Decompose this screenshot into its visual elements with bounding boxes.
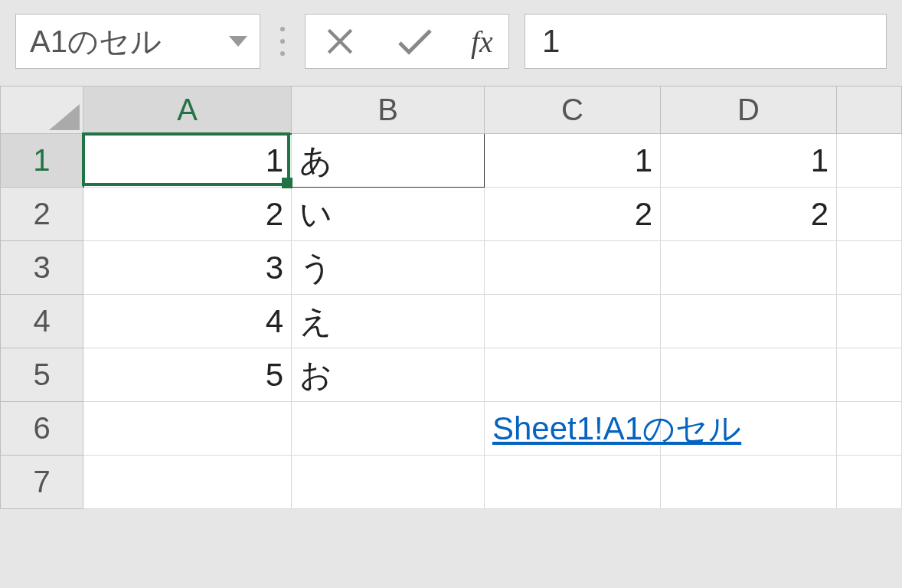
formula-buttons: fx	[305, 14, 509, 69]
cell-A7[interactable]	[83, 456, 292, 509]
cell-C5[interactable]	[485, 348, 661, 402]
formula-input[interactable]: 1	[525, 14, 887, 69]
row-header-3[interactable]: 3	[1, 241, 83, 295]
row-header-5[interactable]: 5	[1, 348, 83, 402]
cell-D5[interactable]	[661, 348, 837, 402]
cell-A6[interactable]	[83, 402, 292, 456]
row-header-4[interactable]: 4	[1, 295, 83, 348]
column-header-extra[interactable]	[837, 87, 902, 134]
cell-B1[interactable]: あ	[292, 134, 485, 188]
cell-extra-1[interactable]	[837, 134, 902, 188]
spreadsheet-grid: A B C D 11あ1122い2233う44え55お6Sheet1!A1のセル…	[0, 86, 902, 509]
cell-B3[interactable]: う	[292, 241, 485, 295]
cancel-icon[interactable]	[321, 22, 359, 60]
cell-A4[interactable]: 4	[83, 295, 292, 348]
column-header-b[interactable]: B	[292, 87, 485, 134]
cell-A1[interactable]: 1	[83, 134, 292, 188]
name-box-text: A1のセル	[30, 21, 162, 63]
select-all-corner[interactable]	[1, 87, 83, 134]
cell-B7[interactable]	[292, 456, 485, 509]
cell-D4[interactable]	[661, 295, 837, 348]
cell-extra-3[interactable]	[837, 241, 902, 295]
cell-B5[interactable]: お	[292, 348, 485, 402]
cell-C3[interactable]	[485, 241, 661, 295]
cell-B2[interactable]: い	[292, 188, 485, 241]
name-box[interactable]: A1のセル	[15, 14, 260, 69]
row-header-2[interactable]: 2	[1, 188, 83, 241]
cell-C1[interactable]: 1	[485, 134, 661, 188]
cell-C6[interactable]: Sheet1!A1のセル	[485, 402, 661, 456]
fx-icon[interactable]: fx	[471, 24, 493, 60]
cell-C7[interactable]	[485, 456, 661, 509]
cell-C4[interactable]	[485, 295, 661, 348]
column-header-c[interactable]: C	[485, 87, 661, 134]
cell-D6[interactable]	[661, 402, 837, 456]
dropdown-arrow-icon[interactable]	[229, 36, 247, 47]
row-header-6[interactable]: 6	[1, 402, 83, 456]
enter-check-icon[interactable]	[396, 22, 434, 60]
row-header-7[interactable]: 7	[1, 456, 83, 509]
cell-D1[interactable]: 1	[661, 134, 837, 188]
cell-extra-2[interactable]	[837, 188, 902, 241]
divider-dots-icon	[280, 27, 285, 56]
cell-D2[interactable]: 2	[661, 188, 837, 241]
cell-A3[interactable]: 3	[83, 241, 292, 295]
cell-B6[interactable]	[292, 402, 485, 456]
cell-A2[interactable]: 2	[83, 188, 292, 241]
cell-A5[interactable]: 5	[83, 348, 292, 402]
column-header-a[interactable]: A	[83, 87, 292, 134]
row-header-1[interactable]: 1	[1, 134, 83, 188]
cell-extra-5[interactable]	[837, 348, 902, 402]
column-header-d[interactable]: D	[661, 87, 837, 134]
cell-C2[interactable]: 2	[485, 188, 661, 241]
formula-input-value: 1	[542, 23, 560, 60]
cell-D3[interactable]	[661, 241, 837, 295]
cell-D7[interactable]	[661, 456, 837, 509]
formula-bar-area: A1のセル fx 1	[0, 0, 902, 86]
cell-B4[interactable]: え	[292, 295, 485, 348]
cell-extra-7[interactable]	[837, 456, 902, 509]
cell-extra-6[interactable]	[837, 402, 902, 456]
cell-extra-4[interactable]	[837, 295, 902, 348]
